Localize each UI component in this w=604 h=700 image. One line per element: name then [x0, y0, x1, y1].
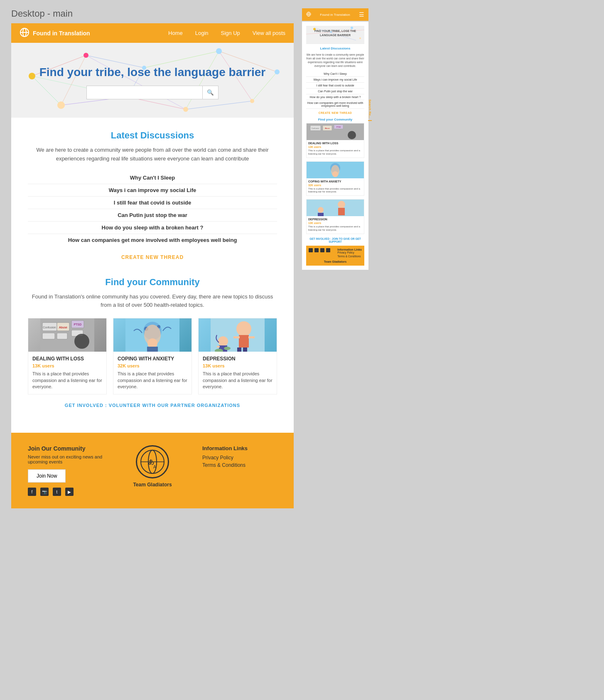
create-thread-btn[interactable]: CREATE NEW THREAD [28, 254, 277, 260]
mobile-card-users: 32K users [308, 184, 362, 187]
footer-community-desc: Never miss out on exciting news and upco… [28, 454, 103, 464]
footer-community-title: Join Our Community [28, 445, 103, 452]
main-content: Latest Discussions We are here to create… [11, 118, 294, 433]
twitter-icon[interactable]: t [53, 488, 61, 496]
mobile-card-depression: DEPRESSION 13K users This is a place tha… [306, 199, 364, 234]
mobile-footer-links-title: Information Links [337, 248, 362, 251]
discussions-desc: We are here to create a community were p… [28, 146, 277, 163]
community-cards: Confusion Abuse PTSD [28, 318, 277, 394]
footer-links: Information Links Privacy Policy Terms &… [202, 445, 277, 470]
svg-point-46 [236, 321, 251, 336]
mobile-thread-item[interactable]: Ways i can improve my social Life [306, 77, 364, 83]
instagram-icon[interactable]: 📷 [40, 488, 49, 496]
footer-terms-link[interactable]: Terms & Conditions [202, 462, 277, 468]
thread-item[interactable]: Can Putin just stop the war [28, 209, 277, 222]
nav-signup[interactable]: Sign Up [221, 30, 240, 36]
nav-home[interactable]: Home [168, 30, 183, 36]
mobile-facebook-icon[interactable] [309, 248, 313, 252]
community-card-anxiety: COPING WITH ANXIETY 32K users This is a … [113, 318, 192, 394]
thread-item[interactable]: Ways i can improve my social Life [28, 184, 277, 197]
mobile-youtube-icon[interactable] [326, 248, 330, 252]
discussions-title: Latest Discussions [28, 130, 277, 141]
mobile-thread-item[interactable]: How can companies get more involved with… [306, 100, 364, 109]
svg-point-26 [250, 99, 254, 103]
mobile-card-desc: This is a place that provides compassion… [308, 225, 362, 232]
join-now-button[interactable]: Join Now [28, 469, 66, 483]
thread-item[interactable]: How do you sleep with a broken heart ? [28, 222, 277, 234]
card-body: DEALING WITH LOSS 13K users This is a pl… [28, 352, 106, 394]
mobile-card-img-loss: Confusion Abuse PTSD [307, 123, 364, 140]
hero-headline: Find your tribe, lose the language barri… [39, 66, 266, 79]
main-panel: Desktop - main Found in Translation Hom [11, 8, 294, 508]
discussions-section: Latest Discussions We are here to create… [28, 130, 277, 260]
mobile-card-anxiety: COPING WITH ANXIETY 32K users This is a … [306, 161, 364, 196]
mobile-twitter-icon[interactable] [320, 248, 324, 252]
svg-line-12 [61, 55, 86, 105]
svg-point-18 [29, 73, 35, 79]
mobile-header: Found in Translation ☰ [302, 8, 368, 21]
hamburger-icon[interactable]: ☰ [359, 11, 364, 18]
nav-view-all-posts[interactable]: View all posts [253, 30, 285, 36]
main-window: Found in Translation Home Login Sign Up … [11, 23, 294, 508]
thread-item[interactable]: How can companies get more involved with… [28, 234, 277, 246]
get-involved-btn[interactable]: GET INVOLVED : VOLUNTEER WITH OUR PARTNE… [28, 403, 277, 408]
logo-area: Found in Translation [20, 27, 90, 39]
svg-point-78 [348, 131, 356, 139]
mobile-hero: FIND YOUR TRIBE, LOSE THE LANGUAGE BARRI… [306, 26, 364, 44]
svg-point-21 [216, 48, 222, 54]
svg-rect-44 [147, 347, 158, 352]
mobile-card-desc: This is a place that provides compassion… [308, 187, 362, 194]
svg-text:A: A [153, 465, 156, 469]
svg-point-55 [224, 347, 231, 350]
footer-social: f 📷 t ▶ [28, 488, 103, 496]
youtube-icon[interactable]: ▶ [65, 488, 74, 496]
svg-rect-33 [57, 333, 67, 339]
mobile-find-community-title: Find your Community [306, 118, 364, 121]
svg-point-86 [318, 207, 324, 213]
card-desc: This is a place that provides compassion… [203, 371, 273, 390]
mobile-discussions-desc: We are here to create a community were p… [306, 53, 364, 68]
nav-login[interactable]: Login [195, 30, 209, 36]
footer-community: Join Our Community Never miss out on exc… [28, 445, 103, 496]
mobile-hero-text: FIND YOUR TRIBE, LOSE THE LANGUAGE BARRI… [308, 29, 363, 37]
footer-logo: あ A Team Gladiators [115, 445, 190, 488]
svg-rect-85 [338, 208, 345, 215]
card-title: COPING WITH ANXIETY [118, 356, 187, 362]
mobile-thread-item[interactable]: Can Putin just stop the war [306, 89, 364, 94]
search-input[interactable] [86, 86, 203, 99]
desktop-label: Desktop - main [11, 8, 294, 19]
mobile-footer-privacy[interactable]: Privacy Policy [337, 251, 362, 254]
svg-line-14 [186, 51, 219, 109]
card-body: DEPRESSION 13K users This is a place tha… [199, 352, 277, 394]
svg-text:あ: あ [148, 458, 154, 465]
facebook-icon[interactable]: f [28, 488, 36, 496]
footer-privacy-link[interactable]: Privacy Policy [202, 455, 277, 461]
mobile-create-thread-btn[interactable]: CREATE NEW THREAD [306, 111, 364, 114]
svg-rect-83 [308, 200, 362, 216]
mobile-thread-item[interactable]: How do you sleep with a broken heart ? [306, 94, 364, 100]
mobile-card-body: DEALING WITH LOSS 13K users This is a pl… [307, 140, 364, 158]
svg-point-70 [359, 37, 361, 39]
card-title: DEALING WITH LOSS [32, 356, 102, 362]
svg-point-82 [332, 171, 338, 177]
mobile-instagram-icon[interactable] [314, 248, 319, 252]
thread-item[interactable]: Why Can't I Sleep [28, 172, 277, 184]
svg-text:Confusion: Confusion [43, 326, 56, 329]
mobile-card-img-anxiety [307, 162, 364, 178]
search-icon: 🔍 [207, 89, 214, 96]
mobile-thread-item[interactable]: Why Can't I Sleep [306, 71, 364, 77]
thread-item[interactable]: I still fear that covid is outside [28, 197, 277, 209]
card-users: 32K users [118, 363, 187, 368]
svg-rect-30 [42, 333, 55, 339]
card-image-loss: Confusion Abuse PTSD [28, 318, 106, 352]
mobile-get-involved-btn[interactable]: GET INVOLVED : JOIN TO GIVE OR GET SUPPO… [306, 237, 364, 243]
mobile-footer: Information Links Privacy Policy Terms &… [306, 246, 364, 266]
search-button[interactable]: 🔍 [203, 86, 219, 99]
page-wrapper: Desktop - main Found in Translation Hom [11, 8, 593, 508]
mobile-footer-terms[interactable]: Terms & Conditions [337, 255, 362, 258]
svg-point-25 [183, 107, 188, 112]
hero-section: Find your tribe, lose the language barri… [11, 43, 294, 118]
svg-rect-49 [248, 336, 255, 338]
svg-point-84 [338, 201, 345, 208]
mobile-thread-item[interactable]: I still fear that covid is outside [306, 83, 364, 89]
